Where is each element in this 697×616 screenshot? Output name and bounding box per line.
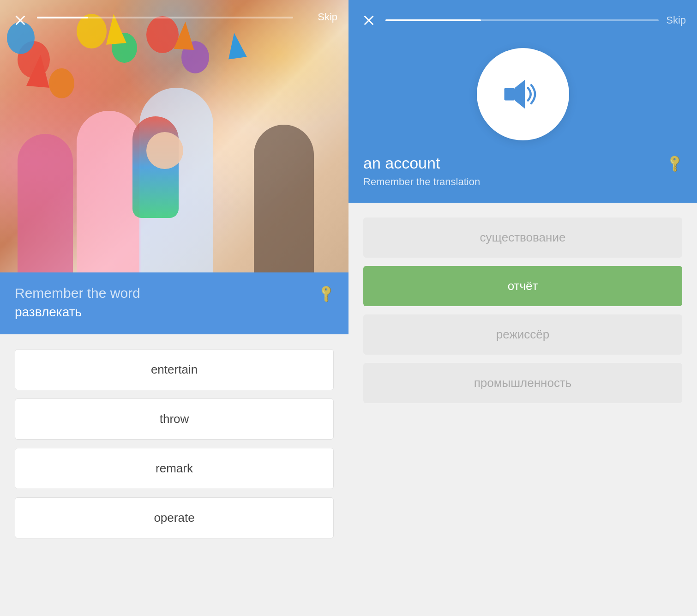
answer-button-rezhisser[interactable]: режиссёр: [363, 314, 682, 355]
answer-button-throw[interactable]: throw: [15, 399, 334, 440]
left-blue-section: Remember the word 🔑 развлекать: [0, 272, 348, 334]
speaker-button[interactable]: [477, 48, 569, 140]
left-panel: Skip Remember the word 🔑 развлекать ente…: [0, 0, 348, 616]
close-button-left[interactable]: [11, 11, 30, 30]
close-icon-right: [362, 14, 375, 27]
answer-button-suschestvovanie[interactable]: существование: [363, 217, 682, 258]
close-button-right[interactable]: [360, 11, 378, 30]
russian-word: развлекать: [15, 305, 334, 320]
right-word-row: an account 🔑: [363, 154, 682, 172]
progress-bar-left: [37, 17, 293, 18]
right-top-bar: Skip: [348, 0, 697, 30]
remember-word-label: Remember the word: [15, 285, 140, 301]
svg-rect-4: [504, 88, 515, 101]
right-panel: Skip an account 🔑 Remember the translati…: [348, 0, 697, 616]
close-icon-left: [14, 14, 27, 27]
remember-word-row: Remember the word 🔑: [15, 285, 334, 301]
answers-section-left: entertain throw remark operate: [0, 334, 348, 616]
skip-button-right[interactable]: Skip: [666, 14, 686, 26]
answers-section-right: существование отчёт режиссёр промышленно…: [348, 203, 697, 616]
answer-button-otchet[interactable]: отчёт: [363, 266, 682, 306]
speaker-icon: [502, 73, 544, 115]
english-word: an account: [363, 154, 440, 172]
skip-button-left[interactable]: Skip: [318, 11, 337, 23]
key-icon-left[interactable]: 🔑: [316, 283, 337, 304]
answer-button-entertain[interactable]: entertain: [15, 349, 334, 390]
svg-marker-5: [515, 80, 525, 109]
right-word-section: an account 🔑 Remember the translation: [348, 154, 697, 203]
right-blue-section: Skip an account 🔑 Remember the translati…: [348, 0, 697, 203]
progress-fill-left: [37, 17, 88, 18]
party-image: [0, 0, 348, 272]
answer-button-promyshlennost[interactable]: промышленность: [363, 363, 682, 403]
answer-button-remark[interactable]: remark: [15, 448, 334, 489]
image-area: Skip: [0, 0, 348, 272]
progress-fill-right: [385, 19, 481, 21]
key-icon-right[interactable]: 🔑: [665, 153, 685, 174]
remember-translation-label: Remember the translation: [363, 176, 682, 188]
progress-bar-right: [385, 19, 659, 21]
answer-button-operate[interactable]: operate: [15, 497, 334, 538]
